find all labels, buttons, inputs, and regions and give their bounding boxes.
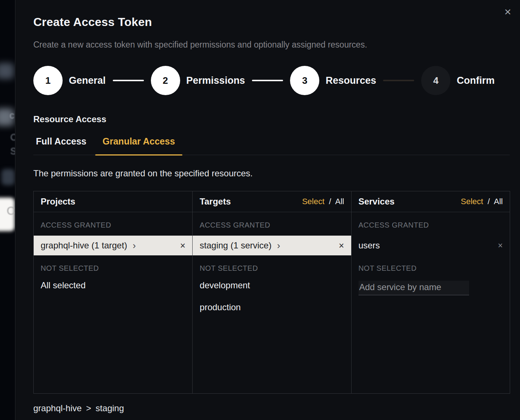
projects-column: Projects ACCESS GRANTED graphql-hive (1 … bbox=[34, 191, 192, 393]
selected-target-label: staging (1 service) bbox=[200, 240, 271, 251]
resource-access-description: The permissions are granted on the speci… bbox=[33, 168, 510, 179]
step-label: Confirm bbox=[457, 75, 495, 86]
remove-icon: × bbox=[339, 240, 344, 251]
stepper-step-permissions[interactable]: 2 Permissions bbox=[151, 66, 245, 95]
services-column: Services Select / All ACCESS GRANTED use… bbox=[351, 191, 510, 393]
selected-project-chip[interactable]: graphql-hive (1 target) › × bbox=[34, 236, 192, 255]
not-selected-label: NOT SELECTED bbox=[41, 264, 185, 273]
step-connector bbox=[383, 80, 414, 81]
selected-target-chip[interactable]: staging (1 service) › × bbox=[193, 236, 351, 255]
stepper-step-confirm[interactable]: 4 Confirm bbox=[421, 66, 495, 95]
breadcrumb-separator: > bbox=[86, 403, 91, 413]
granted-service-label: users bbox=[359, 240, 380, 251]
step-label: Permissions bbox=[186, 75, 245, 86]
target-item-development[interactable]: development bbox=[200, 280, 344, 290]
projects-all-selected-note: All selected bbox=[41, 280, 185, 290]
backdrop-text-fragment: c bbox=[10, 110, 14, 121]
create-access-token-modal: × Create Access Token Create a new acces… bbox=[15, 0, 520, 420]
backdrop-text-fragment: S bbox=[10, 146, 15, 157]
close-button[interactable]: × bbox=[501, 4, 515, 20]
backdrop-text-fragment: C bbox=[7, 204, 15, 218]
column-title: Services bbox=[359, 196, 395, 207]
all-link[interactable]: All bbox=[494, 197, 503, 206]
not-selected-label: NOT SELECTED bbox=[200, 264, 344, 273]
backdrop-sidebar: c C S C bbox=[0, 0, 15, 420]
stepper-step-resources[interactable]: 3 Resources bbox=[290, 66, 376, 95]
breadcrumb-target[interactable]: staging bbox=[96, 403, 124, 413]
modal-subtitle: Create a new access token with specified… bbox=[33, 40, 510, 50]
step-indicator: 3 bbox=[290, 66, 319, 95]
projects-column-header: Projects bbox=[34, 191, 192, 212]
stepper-step-general[interactable]: 1 General bbox=[33, 66, 106, 95]
all-link[interactable]: All bbox=[335, 197, 344, 206]
services-column-header: Services Select / All bbox=[352, 191, 510, 212]
select-all-divider: / bbox=[488, 197, 490, 206]
selected-project-label: graphql-hive (1 target) bbox=[41, 240, 127, 251]
access-granted-label: ACCESS GRANTED bbox=[41, 221, 185, 229]
granted-service-row: users × bbox=[352, 236, 510, 255]
select-all-divider: / bbox=[329, 197, 331, 206]
select-link[interactable]: Select bbox=[461, 197, 483, 206]
modal-title: Create Access Token bbox=[33, 15, 510, 29]
step-label: General bbox=[69, 75, 106, 86]
remove-project-button[interactable]: × bbox=[180, 240, 186, 251]
resource-access-heading: Resource Access bbox=[33, 114, 510, 124]
targets-column: Targets Select / All ACCESS GRANTED stag… bbox=[192, 191, 351, 393]
remove-icon: × bbox=[180, 240, 186, 251]
access-granted-label: ACCESS GRANTED bbox=[200, 221, 344, 229]
remove-icon: × bbox=[498, 241, 503, 250]
add-service-input[interactable] bbox=[359, 281, 469, 295]
column-title: Projects bbox=[41, 196, 75, 207]
backdrop-blur-fragment bbox=[1, 169, 15, 185]
step-connector bbox=[113, 80, 144, 81]
selection-breadcrumb: graphql-hive > staging bbox=[33, 403, 510, 413]
step-indicator: 2 bbox=[151, 66, 180, 95]
stepper: 1 General 2 Permissions 3 Resources 4 Co… bbox=[33, 66, 510, 95]
target-item-production[interactable]: production bbox=[200, 302, 344, 312]
chevron-right-icon: › bbox=[133, 241, 136, 250]
backdrop-text-fragment: C bbox=[10, 132, 15, 143]
select-all-controls: Select / All bbox=[302, 197, 344, 206]
select-link[interactable]: Select bbox=[302, 197, 324, 206]
remove-target-button[interactable]: × bbox=[339, 240, 344, 251]
tab-granular-access[interactable]: Granular Access bbox=[95, 134, 182, 155]
not-selected-label: NOT SELECTED bbox=[359, 264, 503, 273]
step-indicator: 4 bbox=[421, 66, 450, 95]
breadcrumb-project[interactable]: graphql-hive bbox=[33, 403, 82, 413]
select-all-controls: Select / All bbox=[461, 197, 503, 206]
access-mode-tabs: Full Access Granular Access bbox=[33, 134, 510, 155]
column-title: Targets bbox=[200, 196, 231, 207]
targets-column-header: Targets Select / All bbox=[193, 191, 351, 212]
backdrop-blur-fragment bbox=[0, 63, 14, 79]
access-granted-label: ACCESS GRANTED bbox=[359, 221, 503, 229]
step-indicator: 1 bbox=[33, 66, 63, 95]
close-icon: × bbox=[504, 5, 511, 18]
resource-selector-table: Projects ACCESS GRANTED graphql-hive (1 … bbox=[33, 191, 510, 394]
step-connector bbox=[252, 80, 283, 81]
tab-full-access[interactable]: Full Access bbox=[33, 134, 95, 155]
chevron-right-icon: › bbox=[277, 241, 280, 250]
remove-service-button[interactable]: × bbox=[498, 241, 503, 251]
step-label: Resources bbox=[326, 75, 376, 86]
